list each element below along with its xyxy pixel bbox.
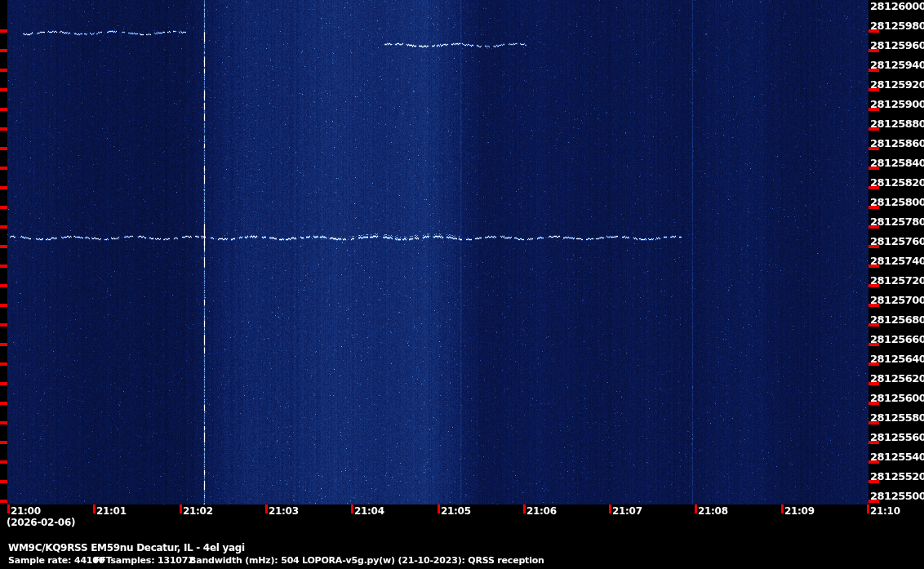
freq-tick-mark-right (868, 460, 879, 464)
freq-tick-mark-right (868, 108, 879, 111)
time-tick-label: 21:04 (354, 505, 384, 517)
freq-tick-mark-left (0, 108, 7, 111)
freq-tick-mark-left (0, 343, 7, 346)
fft-samples-label: FFTsamples: 131072 (94, 555, 194, 566)
freq-tick-mark-right (868, 167, 879, 170)
freq-tick-mark-left (0, 304, 7, 307)
freq-tick-mark-right (868, 284, 879, 287)
time-tick-mark (7, 505, 10, 513)
freq-tick-mark-right (868, 147, 879, 150)
time-tick-label: 21:01 (96, 505, 127, 517)
freq-tick-mark-left (0, 127, 7, 131)
freq-tick-mark-right (868, 323, 879, 327)
freq-tick-mark-right (868, 186, 879, 189)
time-tick-label: 21:08 (698, 505, 728, 517)
freq-tick-mark-left (0, 284, 7, 287)
freq-tick-mark-right (868, 245, 879, 248)
time-tick-label: 21:00 (11, 505, 41, 517)
freq-tick-mark-left (0, 206, 7, 209)
freq-tick-mark-right (868, 421, 879, 425)
time-tick-mark (93, 505, 96, 513)
freq-tick-mark-left (0, 88, 7, 91)
time-tick-label: 21:07 (612, 505, 642, 517)
freq-tick-mark-left (0, 245, 7, 248)
freq-tick-mark-right (868, 500, 879, 503)
time-tick-label: 21:06 (526, 505, 557, 517)
station-info-label: WM9C/KQ9RSS EM59nu Decatur, IL - 4el yag… (8, 542, 245, 553)
software-version-label: LOPORA-v5g.py(w) (21-10-2023): QRSS rece… (302, 555, 544, 566)
freq-tick-mark-right (868, 362, 879, 366)
time-tick-mark (867, 505, 869, 513)
time-tick-label: 21:09 (784, 505, 815, 517)
freq-tick-mark-right (868, 264, 879, 268)
freq-tick-mark-left (0, 225, 7, 229)
freq-tick-mark-right (868, 49, 879, 52)
time-tick-mark (695, 505, 697, 513)
freq-tick-mark-left (0, 480, 7, 483)
freq-tick-mark-left (0, 441, 7, 444)
freq-tick-mark-left (0, 500, 7, 503)
freq-tick-mark-left (0, 421, 7, 425)
freq-tick-mark-left (0, 460, 7, 464)
freq-tick-mark-right (868, 480, 879, 483)
time-tick-mark (180, 505, 182, 513)
freq-tick-mark-left (0, 323, 7, 327)
time-tick-mark (523, 505, 526, 513)
freq-tick-mark-right (868, 127, 879, 131)
time-tick-mark (351, 505, 353, 513)
freq-tick-mark-right (868, 29, 879, 33)
freq-tick-mark-right (868, 382, 879, 385)
time-tick-label: 21:05 (441, 505, 471, 517)
freq-tick-mark-left (0, 382, 7, 385)
sample-rate-label: Sample rate: 44100 (8, 555, 104, 566)
bandwidth-label: Bandwidth (mHz): 504 (189, 555, 300, 566)
time-tick-mark (609, 505, 611, 513)
spectrogram-canvas (0, 0, 924, 569)
freq-tick-mark-left (0, 167, 7, 170)
time-tick-mark (781, 505, 784, 513)
time-tick-label: 21:03 (269, 505, 299, 517)
freq-tick-mark-left (0, 147, 7, 150)
freq-tick-mark-right (868, 343, 879, 346)
freq-tick-mark-left (0, 264, 7, 268)
qrss-grabber-screen: 2812600028125980281259602812594028125920… (0, 0, 924, 569)
time-tick-label: 21:10 (870, 505, 900, 517)
date-label: (2026-02-06) (7, 517, 75, 528)
freq-tick-mark-right (868, 69, 879, 72)
freq-tick-mark-right (868, 402, 879, 405)
time-tick-label: 21:02 (183, 505, 213, 517)
time-tick-mark (265, 505, 268, 513)
freq-tick-label: 28126000 (870, 1, 922, 12)
freq-tick-mark-right (868, 304, 879, 307)
freq-tick-mark-left (0, 29, 7, 33)
freq-tick-mark-right (868, 206, 879, 209)
freq-tick-mark-right (868, 88, 879, 91)
freq-tick-mark-left (0, 49, 7, 52)
time-tick-mark (438, 505, 440, 513)
freq-tick-mark-left (0, 402, 7, 405)
freq-tick-mark-left (0, 362, 7, 366)
freq-tick-mark-right (868, 441, 879, 444)
freq-tick-mark-left (0, 186, 7, 189)
freq-tick-mark-left (0, 69, 7, 72)
freq-tick-mark-right (868, 225, 879, 229)
